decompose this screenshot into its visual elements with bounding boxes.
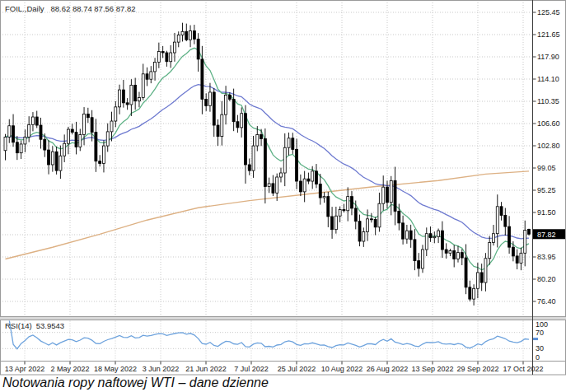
date-tick-label: 21 Jun 2022 xyxy=(185,365,227,373)
chart-caption: Notowania ropy naftowej WTI – dane dzien… xyxy=(2,376,563,390)
price-chart[interactable]: 125.45121.65117.90114.10110.35106.60102.… xyxy=(0,0,566,376)
rsi-tick-label: 100 xyxy=(536,320,548,329)
rsi-indicator-label: RSI(14)53.9543 xyxy=(5,321,64,330)
date-tick-label: 17 Oct 2022 xyxy=(503,365,543,373)
ohlc-values-label: 88.62 88.74 87.56 87.82 xyxy=(51,4,136,13)
rsi-tick-label: 70 xyxy=(536,329,544,337)
price-tick-label: 114.10 xyxy=(537,75,559,83)
price-tick-label: 80.20 xyxy=(537,275,556,283)
price-tick-label: 121.65 xyxy=(537,30,560,39)
price-tick-label: 110.35 xyxy=(537,97,559,105)
rsi-value-marker xyxy=(533,338,538,340)
rsi-tick-label: 30 xyxy=(536,344,544,352)
instrument-label: FOIL.,Daily88.62 88.74 87.56 87.82 xyxy=(5,4,136,13)
price-tick-label: 106.60 xyxy=(537,119,560,128)
symbol-period-label: FOIL.,Daily xyxy=(5,4,44,13)
last-price-tag-value: 87.82 xyxy=(537,231,556,239)
price-tick-label: 95.25 xyxy=(537,186,556,194)
price-tick-label: 102.80 xyxy=(537,142,560,150)
date-tick-label: 7 Jul 2022 xyxy=(234,365,269,373)
date-tick-label: 25 Jul 2022 xyxy=(278,365,316,373)
date-tick-label: 18 May 2022 xyxy=(94,365,137,373)
price-tick-label: 125.45 xyxy=(537,8,560,16)
date-tick-label: 10 Aug 2022 xyxy=(321,365,363,373)
date-tick-label: 3 Jun 2022 xyxy=(143,365,180,373)
chart-window: 125.45121.65117.90114.10110.35106.60102.… xyxy=(0,0,566,392)
price-tick-label: 117.90 xyxy=(537,53,559,61)
date-tick-label: 26 Aug 2022 xyxy=(367,365,409,373)
price-tick-label: 91.50 xyxy=(537,208,556,217)
pane-separator[interactable] xyxy=(0,316,566,320)
date-tick-label: 2 May 2022 xyxy=(50,365,89,373)
price-tick-label: 76.40 xyxy=(537,297,556,306)
rsi-name-label: RSI(14) xyxy=(5,321,32,330)
date-tick-label: 13 Sep 2022 xyxy=(411,365,453,373)
price-tick-label: 99.05 xyxy=(537,164,556,172)
rsi-value-label: 53.9543 xyxy=(36,321,64,330)
price-tick-label: 83.95 xyxy=(537,253,556,261)
date-tick-label: 13 Apr 2022 xyxy=(5,365,45,373)
date-tick-label: 29 Sep 2022 xyxy=(456,365,498,373)
last-price-tag: 87.82 xyxy=(533,229,565,239)
rsi-tick-label: 0 xyxy=(536,353,540,362)
